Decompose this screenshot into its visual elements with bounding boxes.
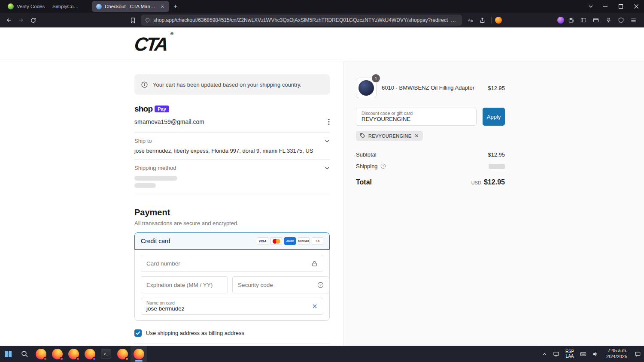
quantity-badge: 1	[372, 74, 380, 82]
tab-list-chevron-icon[interactable]	[584, 4, 598, 9]
windows-taskbar: >_ ESP LAA 7:45 a.m. 20/4/2025	[0, 346, 644, 362]
notification-center-icon[interactable]	[632, 346, 644, 362]
tray-display-icon[interactable]	[550, 346, 562, 362]
new-tab-button[interactable]: +	[169, 0, 182, 13]
shipping-method-section[interactable]: Shipping method	[134, 160, 330, 193]
browser-tab-bar: Verify Codes — SimplyCodes Checkout - CT…	[0, 0, 644, 13]
shipping-method-label: Shipping method	[134, 165, 176, 171]
more-cards-badge[interactable]: +4	[312, 237, 323, 245]
shield-icon	[145, 18, 150, 23]
reload-button[interactable]	[27, 15, 39, 26]
protection-shield-icon[interactable]	[615, 15, 626, 26]
checkout-page: CTA® Your cart has been updated based on…	[0, 27, 644, 346]
extension-orange-icon[interactable]	[495, 17, 502, 24]
divider	[134, 344, 330, 344]
pin-icon[interactable]	[603, 15, 614, 26]
registered-mark: ®	[170, 31, 174, 36]
currency-code: USD	[471, 180, 481, 185]
taskbar-app-firefox-2[interactable]	[49, 346, 65, 362]
cta-logo: CTA®	[134, 35, 171, 54]
translate-icon[interactable]: A	[465, 15, 476, 26]
wallet-icon[interactable]	[590, 15, 601, 26]
help-icon[interactable]: ?	[317, 282, 324, 288]
menu-hamburger-icon[interactable]	[628, 15, 639, 26]
expiration-input[interactable]	[146, 282, 222, 288]
url-bar[interactable]: shop.app/checkout/63685984515/cn/Z2NwLXV…	[141, 15, 462, 26]
extensions-puzzle-icon[interactable]	[565, 15, 577, 26]
billing-checkbox-label: Use shipping address as billing address	[146, 330, 244, 336]
check-icon	[136, 331, 140, 335]
language-code: ESP	[565, 349, 574, 354]
start-button[interactable]	[0, 346, 16, 362]
skeleton-bar	[489, 164, 505, 169]
tab-close-icon[interactable]: ×	[160, 3, 165, 10]
simplycodes-icon	[8, 3, 14, 9]
name-on-card-input[interactable]	[146, 305, 308, 312]
back-button[interactable]	[3, 15, 15, 26]
cart-updated-banner: Your cart has been updated based on your…	[134, 74, 330, 95]
language-indicator[interactable]: ESP LAA	[562, 346, 577, 362]
ship-to-label: Ship to	[134, 138, 152, 144]
time-text: 7:45 a.m.	[608, 348, 627, 354]
product-price: $12.95	[488, 85, 505, 91]
kebab-menu-icon[interactable]	[328, 118, 330, 125]
clear-icon[interactable]	[312, 303, 318, 309]
chevron-down-icon[interactable]	[325, 139, 330, 144]
ship-to-address: jose bermudez, liberty expess, Florida 9…	[134, 148, 330, 154]
tray-expand-chevron-icon[interactable]	[539, 346, 550, 362]
maximize-button[interactable]	[613, 0, 629, 13]
volume-icon[interactable]	[589, 346, 602, 362]
ship-to-section[interactable]: Ship to jose bermudez, liberty expess, F…	[134, 133, 330, 159]
shop-wordmark: shop	[134, 104, 152, 114]
payment-title: Payment	[134, 208, 330, 217]
forward-button[interactable]	[15, 15, 27, 26]
taskbar-app-terminal[interactable]: >_	[98, 346, 114, 362]
credit-card-option[interactable]: Credit card VISA AMEX DISCOVER +4	[134, 232, 330, 250]
taskbar-app-firefox-active[interactable]	[131, 346, 147, 362]
total-row: Total USD $12.95	[356, 178, 505, 186]
name-on-card-field[interactable]: Name on card	[141, 298, 323, 315]
profile-badge	[125, 357, 129, 361]
credit-card-widget: Credit card VISA AMEX DISCOVER +4	[134, 232, 330, 321]
help-icon[interactable]: ?	[380, 163, 386, 169]
expiration-field[interactable]	[141, 276, 228, 293]
share-icon[interactable]	[477, 15, 488, 26]
clock[interactable]: 7:45 a.m. 20/4/2025	[602, 346, 632, 362]
search-button[interactable]	[16, 346, 33, 362]
order-summary: 1 6010 - BMW/BENZ Oil Filling Adapter $1…	[343, 61, 644, 346]
card-number-input[interactable]	[146, 260, 308, 267]
info-icon	[141, 81, 148, 88]
sidebar-icon[interactable]	[578, 15, 589, 26]
minimize-button[interactable]	[598, 0, 613, 13]
product-title: 6010 - BMW/BENZ Oil Filling Adapter	[382, 84, 483, 92]
chevron-down-icon[interactable]	[325, 166, 330, 171]
taskbar-app-firefox-5[interactable]	[114, 346, 131, 362]
billing-address-checkbox-row[interactable]: Use shipping address as billing address	[134, 329, 330, 337]
apply-button[interactable]: Apply	[483, 108, 505, 126]
site-header: CTA®	[0, 27, 644, 61]
billing-address-checkbox[interactable]	[134, 329, 142, 337]
taskbar-app-firefox-4[interactable]	[82, 346, 98, 362]
discount-code-input[interactable]	[361, 116, 471, 122]
tab-checkout[interactable]: Checkout - CTA Manufacturing ×	[92, 1, 169, 12]
taskbar-app-firefox-3[interactable]	[65, 346, 82, 362]
browser-nav-bar: shop.app/checkout/63685984515/cn/Z2NwLXV…	[0, 13, 644, 27]
close-window-button[interactable]	[629, 0, 644, 13]
discount-code-label: Discount code or gift card	[361, 111, 471, 116]
credit-card-label: Credit card	[141, 238, 170, 244]
security-code-input[interactable]	[238, 282, 314, 288]
applied-discount-code: REVYOURENGINE	[368, 133, 411, 139]
security-code-field[interactable]: ?	[232, 276, 329, 293]
extension-purple-icon[interactable]	[557, 17, 564, 24]
touch-keyboard-icon[interactable]	[577, 346, 589, 362]
taskbar-app-firefox-1[interactable]	[33, 346, 49, 362]
discount-code-field[interactable]: Discount code or gift card	[356, 108, 477, 126]
search-icon	[21, 350, 28, 358]
url-text: shop.app/checkout/63685984515/cn/Z2NwLXV…	[153, 17, 458, 23]
tab-simplycodes[interactable]: Verify Codes — SimplyCodes	[3, 0, 85, 13]
bookmark-icon[interactable]	[127, 15, 138, 26]
payment-subtitle: All transactions are secure and encrypte…	[134, 220, 330, 226]
card-number-field[interactable]	[141, 255, 323, 272]
subtotal-label: Subtotal	[356, 151, 377, 158]
remove-discount-icon[interactable]	[414, 133, 419, 138]
